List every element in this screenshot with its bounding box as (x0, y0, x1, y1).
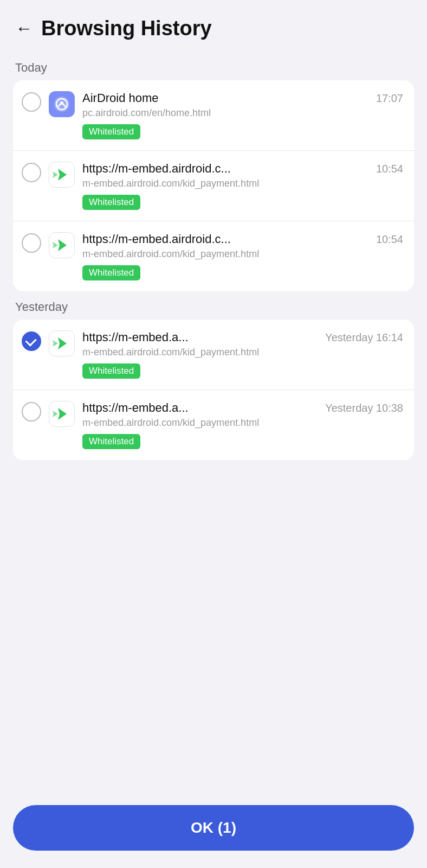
item-info: https://m-embed.airdroid.c... 10:54 m-em… (82, 162, 403, 210)
svg-marker-5 (58, 239, 67, 251)
item-time: 10:54 (376, 233, 403, 246)
item-time: Yesterday 16:14 (325, 331, 403, 344)
item-url: m-embed.airdroid.com/kid_payment.html (82, 417, 403, 429)
airdroid-embed-icon (53, 236, 71, 254)
svg-marker-8 (53, 340, 58, 347)
site-icon-airdroid-embed (49, 401, 75, 427)
section-label-today: Today (15, 61, 414, 75)
header: ← Browsing History (0, 0, 427, 52)
item-info: AirDroid home 17:07 pc.airdroid.com/en/h… (82, 91, 403, 139)
list-item[interactable]: AirDroid home 17:07 pc.airdroid.com/en/h… (13, 80, 414, 151)
item-time: 10:54 (376, 163, 403, 175)
item-title: AirDroid home (82, 91, 376, 105)
svg-marker-3 (58, 169, 67, 181)
svg-point-2 (60, 101, 63, 105)
radio-button[interactable] (22, 402, 41, 422)
airdroid-home-icon (53, 95, 70, 113)
today-card: AirDroid home 17:07 pc.airdroid.com/en/h… (13, 80, 414, 291)
ok-button[interactable]: OK (1) (13, 805, 414, 851)
whitelisted-badge: Whitelisted (82, 124, 140, 139)
item-time: 17:07 (376, 92, 403, 105)
item-url: pc.airdroid.com/en/home.html (82, 107, 403, 119)
radio-button[interactable] (22, 233, 41, 253)
ok-button-container: OK (1) (0, 796, 427, 868)
page-title: Browsing History (41, 17, 212, 40)
item-info: https://m-embed.a... Yesterday 10:38 m-e… (82, 401, 403, 449)
whitelisted-badge: Whitelisted (82, 265, 140, 280)
whitelisted-badge: Whitelisted (82, 434, 140, 449)
item-title-row: https://m-embed.a... Yesterday 10:38 (82, 401, 403, 415)
svg-marker-4 (53, 171, 58, 178)
whitelisted-badge: Whitelisted (82, 363, 140, 379)
site-icon-airdroid-home (49, 91, 75, 117)
item-title: https://m-embed.airdroid.c... (82, 162, 376, 176)
item-url: m-embed.airdroid.com/kid_payment.html (82, 248, 403, 260)
site-icon-airdroid-embed (49, 162, 75, 188)
svg-marker-9 (58, 408, 67, 420)
airdroid-embed-icon (53, 405, 71, 423)
item-title-row: https://m-embed.airdroid.c... 10:54 (82, 232, 403, 246)
item-url: m-embed.airdroid.com/kid_payment.html (82, 178, 403, 189)
radio-button[interactable] (22, 92, 41, 112)
list-item[interactable]: https://m-embed.airdroid.c... 10:54 m-em… (13, 151, 414, 221)
svg-marker-7 (58, 337, 67, 349)
back-button[interactable]: ← (11, 15, 37, 41)
item-title-row: https://m-embed.airdroid.c... 10:54 (82, 162, 403, 176)
item-info: https://m-embed.airdroid.c... 10:54 m-em… (82, 232, 403, 280)
item-title: https://m-embed.a... (82, 330, 325, 344)
whitelisted-badge: Whitelisted (82, 195, 140, 210)
item-url: m-embed.airdroid.com/kid_payment.html (82, 347, 403, 358)
airdroid-embed-icon (53, 334, 71, 353)
content-area: Today AirDroid home 17:07 pc.airdroid.co… (0, 52, 427, 868)
item-title: https://m-embed.airdroid.c... (82, 232, 376, 246)
svg-marker-6 (53, 242, 58, 248)
site-icon-airdroid-embed (49, 330, 75, 356)
site-icon-airdroid-embed (49, 232, 75, 258)
list-item[interactable]: https://m-embed.airdroid.c... 10:54 m-em… (13, 221, 414, 291)
back-arrow-icon: ← (15, 20, 33, 37)
radio-button[interactable] (22, 163, 41, 182)
yesterday-card: https://m-embed.a... Yesterday 16:14 m-e… (13, 320, 414, 460)
item-info: https://m-embed.a... Yesterday 16:14 m-e… (82, 330, 403, 379)
list-item[interactable]: https://m-embed.a... Yesterday 10:38 m-e… (13, 390, 414, 460)
item-title-row: https://m-embed.a... Yesterday 16:14 (82, 330, 403, 344)
item-time: Yesterday 10:38 (325, 402, 403, 414)
item-title-row: AirDroid home 17:07 (82, 91, 403, 105)
airdroid-embed-icon (53, 165, 71, 184)
svg-marker-10 (53, 411, 58, 417)
list-item[interactable]: https://m-embed.a... Yesterday 16:14 m-e… (13, 320, 414, 390)
radio-button-checked[interactable] (22, 331, 41, 351)
item-title: https://m-embed.a... (82, 401, 325, 415)
section-label-yesterday: Yesterday (15, 300, 414, 314)
